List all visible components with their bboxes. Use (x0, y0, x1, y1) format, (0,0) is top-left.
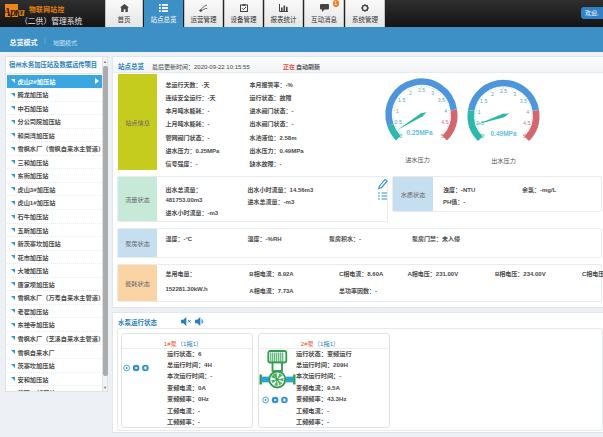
svg-text:2: 2 (409, 90, 412, 96)
svg-text:4.5: 4.5 (441, 119, 448, 125)
svg-text:1.5: 1.5 (398, 97, 405, 103)
svg-text:1.5: 1.5 (480, 98, 487, 104)
svg-text:进水压力: 进水压力 (405, 156, 430, 164)
svg-text:2.5: 2.5 (418, 87, 425, 93)
svg-text:3.5: 3.5 (438, 97, 445, 103)
svg-text:5: 5 (441, 133, 444, 139)
svg-text:0: 0 (481, 133, 484, 139)
svg-text:0.5: 0.5 (395, 119, 402, 125)
svg-text:4.5: 4.5 (523, 120, 530, 126)
svg-text:4: 4 (526, 109, 529, 115)
svg-text:1: 1 (478, 109, 481, 115)
svg-text:3.5: 3.5 (520, 98, 527, 104)
svg-text:5: 5 (523, 133, 526, 139)
svg-text:4: 4 (444, 108, 447, 114)
svg-text:0.25MPa: 0.25MPa (406, 129, 432, 136)
svg-text:0: 0 (399, 133, 402, 139)
svg-text:出水压力: 出水压力 (491, 157, 516, 165)
svg-text:0.49MPa: 0.49MPa (490, 130, 516, 137)
svg-text:1: 1 (396, 108, 399, 114)
svg-text:0.5: 0.5 (477, 120, 484, 126)
svg-text:2.5: 2.5 (500, 88, 507, 94)
svg-text:3: 3 (431, 90, 434, 96)
svg-text:2: 2 (491, 91, 494, 97)
svg-text:3: 3 (513, 91, 516, 97)
